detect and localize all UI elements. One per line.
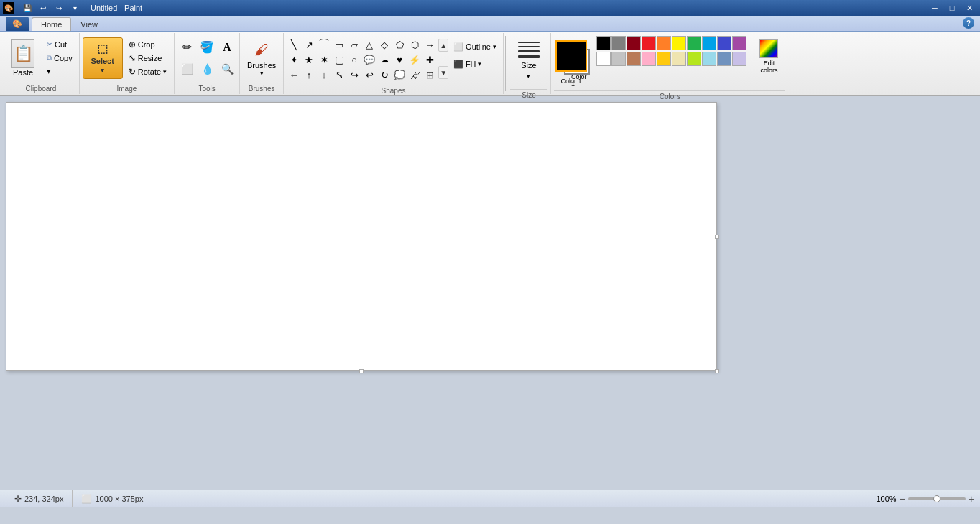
shape-star6[interactable]: ✶ (317, 52, 331, 67)
palette-lavender[interactable] (732, 52, 746, 66)
palette-row2 (596, 52, 746, 66)
status-coords: ✛ 234, 324px (6, 490, 73, 507)
shape-uturn[interactable]: ↩ (362, 67, 376, 82)
shape-cross[interactable]: ✚ (422, 52, 437, 67)
text-tool-btn[interactable]: A (218, 38, 236, 57)
tab-view[interactable]: View (71, 17, 107, 31)
paste-btn[interactable]: 📋 Paste (6, 37, 40, 79)
zoom-plus-btn[interactable]: + (969, 493, 974, 505)
palette-gray2[interactable] (611, 52, 626, 66)
drawing-canvas[interactable] (6, 102, 717, 371)
redo-quick-btn[interactable]: ↪ (52, 1, 66, 14)
eraser-tool-btn[interactable]: ⬜ (177, 60, 196, 78)
dropdown-quick-btn[interactable]: ▾ (68, 1, 82, 14)
shapes-scroll-down[interactable]: ▼ (438, 66, 448, 79)
pencil-tool-btn[interactable]: ✏ (177, 38, 196, 57)
outline-btn[interactable]: ⬜ Outline ▾ (450, 39, 500, 55)
shapes-scroll-up[interactable]: ▲ (438, 39, 448, 52)
palette-white[interactable] (596, 52, 611, 66)
shape-callout[interactable]: 💬 (362, 52, 376, 67)
palette-yellow[interactable] (672, 36, 686, 50)
color-picker-tool-btn[interactable]: 💧 (198, 60, 216, 78)
brushes-btn[interactable]: 🖌 Brushes ▾ (243, 37, 280, 79)
palette-green[interactable] (687, 36, 701, 50)
brushes-label: Brushes (247, 61, 276, 70)
palette-blue[interactable] (702, 36, 716, 50)
palette-red[interactable] (642, 36, 656, 50)
fill-label: Fill (466, 60, 476, 68)
select-btn[interactable]: ⬚ Select ▾ (83, 37, 123, 79)
palette-lightblue[interactable] (702, 52, 716, 66)
rotate-btn[interactable]: ↻ Rotate ▾ (124, 65, 171, 78)
shape-heart[interactable]: ♥ (392, 52, 407, 67)
shape-circular-arrow[interactable]: ↻ (377, 67, 392, 82)
shape-cylinder[interactable]: ⌭ (407, 67, 422, 82)
palette-darkblue[interactable] (717, 36, 731, 50)
shape-star4[interactable]: ✦ (287, 52, 301, 67)
palette-gold[interactable] (657, 52, 671, 66)
ribbon-group-image: ⬚ Select ▾ ⊕ Crop ⤡ Resize ↻ Rotate ▾ (80, 33, 175, 94)
palette-black[interactable] (596, 36, 611, 50)
minimize-btn[interactable]: ─ (927, 2, 943, 14)
color1-box[interactable] (555, 40, 587, 72)
shape-star5[interactable]: ★ (302, 52, 316, 67)
shape-parallelogram[interactable]: ▱ (347, 37, 361, 52)
shape-speech[interactable]: 💭 (392, 67, 407, 82)
palette-purple[interactable] (732, 36, 746, 50)
shape-triangle[interactable]: △ (362, 37, 376, 52)
save-quick-btn[interactable]: 💾 (20, 1, 34, 14)
palette-darkred[interactable] (627, 36, 641, 50)
crop-btn[interactable]: ⊕ Crop (124, 38, 171, 51)
fill-icon: ⬛ (453, 60, 463, 69)
shape-bent-arrow[interactable]: ↪ (347, 67, 361, 82)
resize-handle-bottom[interactable] (359, 369, 364, 373)
resize-btn[interactable]: ⤡ Resize (124, 52, 171, 65)
shape-4way-arrow[interactable]: ⤡ (332, 67, 346, 82)
fill-tool-btn[interactable]: 🪣 (198, 38, 216, 57)
palette-cream[interactable] (672, 52, 686, 66)
palette-steel[interactable] (717, 52, 731, 66)
shape-up-arrow[interactable]: ↑ (302, 67, 316, 82)
shape-diamond[interactable]: ◇ (377, 37, 392, 52)
shape-left-arrow[interactable]: ← (287, 67, 301, 82)
canvas-area[interactable] (0, 96, 980, 490)
resize-handle-right[interactable] (715, 235, 719, 239)
palette-pink[interactable] (642, 52, 656, 66)
cut-btn[interactable]: ✂ Cut (43, 38, 76, 51)
maximize-btn[interactable]: □ (944, 2, 960, 14)
palette-orange[interactable] (657, 36, 671, 50)
copy-btn[interactable]: ⧉ Copy (43, 52, 76, 65)
ribbon: 📋 Paste ✂ Cut ⧉ Copy ▾ Clipboard (0, 32, 980, 96)
shape-rect[interactable]: ▭ (332, 37, 346, 52)
shape-line[interactable]: ╲ (287, 37, 301, 52)
shape-down-arrow[interactable]: ↓ (317, 67, 331, 82)
palette-gray1[interactable] (611, 36, 626, 50)
magnify-tool-btn[interactable]: 🔍 (218, 60, 236, 78)
undo-quick-btn[interactable]: ↩ (36, 1, 50, 14)
shape-more[interactable]: ⊞ (422, 67, 437, 82)
shape-cloud[interactable]: ☁ (377, 52, 392, 67)
palette-brown[interactable] (627, 52, 641, 66)
size-btn[interactable]: Size ▾ (510, 36, 547, 86)
shape-hexagon[interactable]: ⬡ (407, 37, 422, 52)
resize-handle-corner[interactable] (715, 369, 719, 373)
paint-menu-btn[interactable]: 🎨 (6, 17, 29, 31)
shape-right-arrow[interactable]: → (422, 37, 437, 52)
palette-lime[interactable] (687, 52, 701, 66)
paste-dropdown-btn[interactable]: ▾ (43, 65, 76, 78)
close-btn[interactable]: ✕ (961, 2, 977, 14)
zoom-minus-btn[interactable]: − (900, 493, 905, 505)
edit-colors-btn[interactable]: Edit colors (752, 36, 785, 78)
zoom-slider[interactable] (908, 497, 966, 500)
outline-label: Outline (466, 42, 491, 51)
fill-btn[interactable]: ⬛ Fill ▾ (450, 56, 500, 72)
ribbon-group-size: Size ▾ Size (507, 33, 551, 94)
shape-rounded-rect[interactable]: ▢ (332, 52, 346, 67)
shape-pentagon[interactable]: ⬠ (392, 37, 407, 52)
shape-oval[interactable]: ○ (347, 52, 361, 67)
tab-home[interactable]: Home (32, 17, 71, 31)
shape-curve[interactable]: ⌒ (317, 37, 331, 52)
shape-arrow[interactable]: ↗ (302, 37, 316, 52)
shape-lightning[interactable]: ⚡ (407, 52, 422, 67)
help-btn[interactable]: ? (963, 17, 974, 29)
